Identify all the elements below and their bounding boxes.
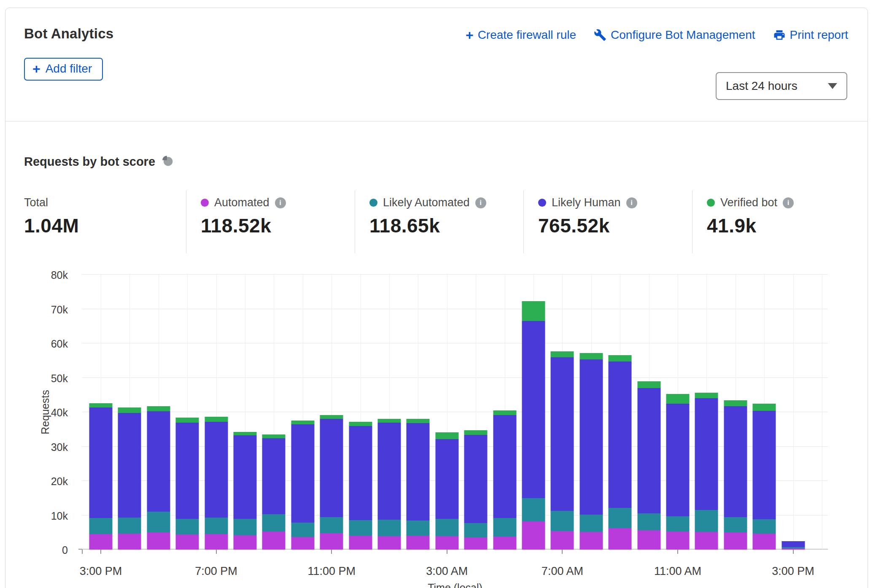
bar-segment-likely-automated	[89, 518, 113, 534]
bar-segment-likely-automated	[320, 517, 343, 533]
bar-segment-automated	[205, 534, 228, 550]
time-range-dropdown[interactable]: Last 24 hours	[716, 72, 847, 100]
bar-segment-likely-automated	[551, 511, 574, 531]
stat-automated: Automated i 118.52k	[186, 190, 355, 254]
bar[interactable]	[781, 275, 805, 550]
bar[interactable]	[320, 275, 343, 550]
bar-segment-verified-bot	[435, 432, 458, 439]
x-tick-label: 7:00 AM	[542, 565, 583, 578]
bar-segment-automated	[753, 534, 776, 550]
bar-segment-automated	[147, 532, 170, 550]
bar-segment-likely-human	[724, 406, 747, 517]
print-report-link[interactable]: Print report	[773, 28, 849, 42]
bar-segment-likely-automated	[464, 523, 488, 537]
bar[interactable]	[753, 275, 776, 550]
bar-segment-verified-bot	[378, 419, 401, 423]
stat-verified-bot-label: Verified bot	[720, 196, 777, 209]
bar-segment-likely-human	[118, 413, 141, 518]
stat-total: Total 1.04M	[5, 190, 186, 254]
bar[interactable]	[579, 275, 603, 550]
bar-segment-verified-bot	[579, 353, 603, 359]
bar-segment-likely-automated	[176, 519, 199, 534]
bar-segment-verified-bot	[753, 404, 776, 410]
stat-likely-automated: Likely Automated i 118.65k	[355, 190, 523, 254]
section-header: Requests by bot score	[24, 155, 173, 169]
bar-segment-likely-human	[176, 423, 199, 519]
bar[interactable]	[118, 275, 141, 550]
stat-automated-value: 118.52k	[201, 214, 355, 237]
stat-likely-automated-value: 118.65k	[369, 214, 523, 237]
bar-segment-automated	[89, 534, 113, 550]
bar[interactable]	[464, 275, 488, 550]
bar[interactable]	[89, 275, 113, 550]
bar-segment-verified-bot	[551, 351, 574, 357]
bar-segment-automated	[291, 537, 314, 550]
bar-segment-automated	[493, 537, 516, 550]
bar[interactable]	[637, 275, 660, 550]
x-tick-mark	[216, 550, 217, 554]
bar-segment-likely-human	[753, 411, 776, 520]
x-tick-mark	[447, 550, 447, 554]
bar[interactable]	[205, 275, 228, 550]
info-icon[interactable]: i	[783, 197, 794, 208]
x-tick-mark	[793, 550, 794, 554]
stat-automated-label: Automated	[214, 196, 269, 209]
bar[interactable]	[291, 275, 314, 550]
bar[interactable]	[609, 275, 632, 550]
bar[interactable]	[147, 275, 170, 550]
info-icon[interactable]: i	[626, 197, 637, 208]
bar-segment-automated	[262, 531, 286, 550]
bar[interactable]	[666, 275, 690, 550]
x-tick-mark	[331, 550, 332, 554]
x-tick-label: 7:00 PM	[195, 565, 237, 578]
bar[interactable]	[435, 275, 458, 550]
time-range-value: Last 24 hours	[726, 79, 798, 93]
bar-segment-automated	[320, 533, 343, 550]
info-icon[interactable]: i	[275, 197, 286, 208]
bar[interactable]	[378, 275, 401, 550]
bar-segment-verified-bot	[349, 422, 372, 426]
bar[interactable]	[176, 275, 199, 550]
add-filter-button[interactable]: + Add filter	[24, 58, 103, 81]
bar[interactable]	[522, 275, 545, 550]
bar[interactable]	[262, 275, 286, 550]
x-tick-mark	[562, 550, 563, 554]
bar-segment-likely-human	[464, 435, 488, 523]
stat-likely-automated-label: Likely Automated	[383, 196, 470, 209]
bar[interactable]	[493, 275, 516, 550]
bar[interactable]	[407, 275, 430, 550]
verified-bot-legend-dot	[707, 199, 715, 207]
y-axis-title: Requests	[39, 390, 51, 434]
bar-segment-verified-bot	[147, 406, 170, 411]
bar[interactable]	[234, 275, 257, 550]
bar-segment-verified-bot	[695, 393, 718, 399]
bar-segment-automated	[724, 532, 747, 550]
bar-segment-likely-automated	[666, 516, 690, 531]
bar-segment-likely-automated	[753, 519, 776, 533]
configure-bot-management-link[interactable]: Configure Bot Management	[594, 28, 755, 42]
bar-segment-likely-human	[89, 407, 113, 518]
bar[interactable]	[551, 275, 574, 550]
bar-segment-likely-human	[262, 438, 286, 514]
bar-segment-verified-bot	[724, 400, 747, 407]
bar-segment-likely-automated	[407, 521, 430, 536]
y-tick-label: 60k	[40, 338, 68, 350]
x-tick-label: 3:00 PM	[80, 565, 122, 578]
bar-segment-verified-bot	[234, 432, 257, 436]
bar[interactable]	[695, 275, 718, 550]
bar-segment-verified-bot	[609, 355, 632, 361]
y-tick-label: 10k	[40, 510, 68, 522]
info-icon[interactable]: i	[475, 197, 486, 208]
bar[interactable]	[724, 275, 747, 550]
bar-segment-likely-automated	[349, 520, 372, 536]
x-tick-mark	[100, 550, 101, 554]
bar-segment-likely-human	[637, 388, 660, 513]
bar[interactable]	[349, 275, 372, 550]
bar-segment-verified-bot	[493, 410, 516, 415]
likely-automated-legend-dot	[369, 199, 377, 207]
create-firewall-rule-link[interactable]: + Create firewall rule	[466, 28, 576, 42]
configure-bot-management-label: Configure Bot Management	[611, 28, 755, 42]
x-tick-label: 3:00 PM	[772, 565, 814, 578]
y-tick-label: 20k	[40, 475, 68, 488]
bar-segment-automated	[349, 536, 372, 550]
